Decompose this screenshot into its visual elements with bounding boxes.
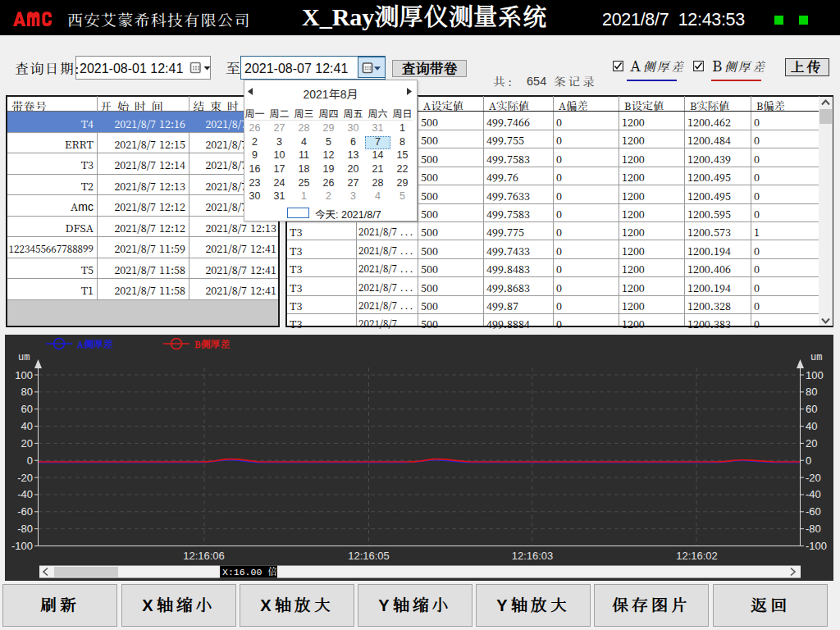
svg-text:um: um (18, 352, 30, 363)
svg-text:100: 100 (806, 369, 824, 381)
svg-text:-40: -40 (17, 488, 33, 500)
svg-text:40: 40 (21, 420, 33, 432)
svg-text:-60: -60 (17, 505, 33, 518)
svg-text:60: 60 (806, 403, 817, 415)
svg-text:-100: -100 (11, 540, 33, 552)
svg-text:-40: -40 (806, 488, 821, 500)
svg-text:40: 40 (806, 420, 817, 432)
svg-text:20: 20 (21, 437, 33, 450)
svg-text:-80: -80 (806, 523, 821, 535)
svg-text:80: 80 (806, 386, 817, 398)
svg-text:A侧厚差: A侧厚差 (76, 338, 113, 350)
svg-text:0: 0 (27, 454, 33, 467)
svg-text:60: 60 (21, 403, 33, 415)
svg-text:12:16:03: 12:16:03 (512, 550, 554, 562)
svg-text:-20: -20 (806, 472, 821, 484)
svg-text:-60: -60 (806, 505, 821, 518)
svg-text:um: um (810, 352, 822, 363)
svg-text:B侧厚差: B侧厚差 (194, 338, 230, 350)
svg-text:12:16:02: 12:16:02 (676, 550, 718, 562)
svg-text:80: 80 (21, 386, 33, 398)
svg-text:12:16:06: 12:16:06 (183, 550, 225, 562)
svg-text:-100: -100 (806, 540, 827, 552)
svg-text:100: 100 (15, 369, 33, 381)
svg-text:20: 20 (806, 437, 817, 450)
svg-text:12:16:05: 12:16:05 (348, 550, 390, 562)
svg-text:0: 0 (806, 454, 811, 467)
svg-text:-80: -80 (17, 523, 33, 535)
svg-text:-20: -20 (17, 472, 33, 484)
svg-text:X:16.00 倍: X:16.00 倍 (222, 565, 277, 578)
